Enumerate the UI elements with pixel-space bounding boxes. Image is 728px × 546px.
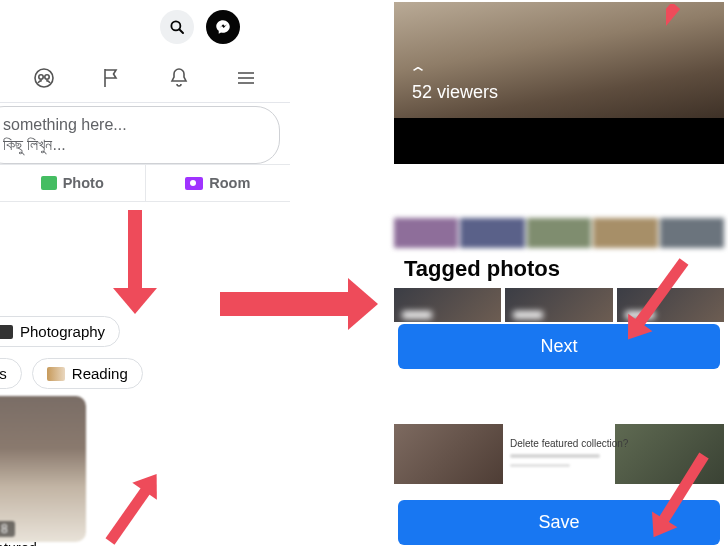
left-screenshot: something here... কিছু লিখুন... Photo Ro… (0, 0, 290, 546)
header-actions (160, 10, 240, 44)
svg-point-2 (35, 69, 53, 87)
tab-pages[interactable] (97, 64, 125, 92)
tab-notifications[interactable] (165, 64, 193, 92)
featured-label-partial: atured (0, 540, 37, 546)
featured-count: 8 (0, 521, 15, 537)
action-photo-label: Photo (63, 175, 104, 191)
bell-icon (167, 66, 191, 90)
story-viewer-panel: ⌃ 52 viewers (394, 2, 724, 164)
search-button[interactable] (160, 10, 194, 44)
chevron-up-icon[interactable]: ⌃ (408, 64, 429, 82)
svg-point-3 (39, 75, 43, 79)
search-icon (168, 18, 186, 36)
viewer-count: 52 viewers (412, 82, 498, 103)
composer-placeholder-line1: something here... (3, 115, 265, 135)
dialog-text-line2 (510, 464, 570, 467)
hobby-photography[interactable]: Photography (0, 316, 120, 347)
hobby-reading[interactable]: Reading (32, 358, 143, 389)
delete-dialog-strip: Delete featured collection? (394, 424, 724, 484)
annotation-arrow-right (220, 292, 352, 316)
room-icon (185, 177, 203, 190)
tab-groups[interactable] (30, 64, 58, 92)
next-button[interactable]: Next (398, 324, 720, 369)
annotation-arrow-corner (666, 4, 716, 50)
dialog-text-line (510, 454, 600, 458)
hobby-partial[interactable]: es (0, 358, 22, 389)
messenger-icon (214, 18, 232, 36)
action-room-label: Room (209, 175, 250, 191)
tagged-photos-panel: Tagged photos Next (394, 218, 724, 371)
tagged-photos-row[interactable] (394, 288, 724, 322)
hobby-partial-label: es (0, 365, 7, 382)
photo-icon (41, 176, 57, 190)
tab-menu[interactable] (232, 64, 260, 92)
photo-strip-blur (394, 218, 724, 248)
svg-line-1 (179, 29, 183, 33)
bg-photo-left (394, 424, 503, 484)
svg-point-4 (45, 75, 49, 79)
camera-icon (0, 325, 13, 339)
action-photo[interactable]: Photo (0, 165, 145, 201)
groups-icon (32, 66, 56, 90)
flag-icon (99, 66, 123, 90)
bg-photo-right (615, 424, 724, 484)
annotation-arrow-down (128, 210, 142, 292)
messenger-button[interactable] (206, 10, 240, 44)
action-room[interactable]: Room (145, 165, 291, 201)
hobby-photography-label: Photography (20, 323, 105, 340)
tagged-photo-2[interactable] (505, 288, 612, 322)
status-composer[interactable]: something here... কিছু লিখুন... (0, 106, 280, 164)
composer-placeholder-line2: কিছু লিখুন... (3, 135, 265, 155)
hobby-row-1: Photography (0, 316, 120, 347)
featured-collection-thumb[interactable]: 8 (0, 396, 86, 542)
annotation-arrow-featured (105, 486, 151, 545)
tagged-photo-1[interactable] (394, 288, 501, 322)
tab-bar (0, 58, 290, 103)
hobby-row-2: es Reading (0, 358, 143, 389)
hamburger-icon (234, 66, 258, 90)
book-icon (47, 367, 65, 381)
hobby-reading-label: Reading (72, 365, 128, 382)
composer-actions: Photo Room (0, 164, 290, 202)
delete-dialog-title: Delete featured collection? (510, 438, 628, 449)
